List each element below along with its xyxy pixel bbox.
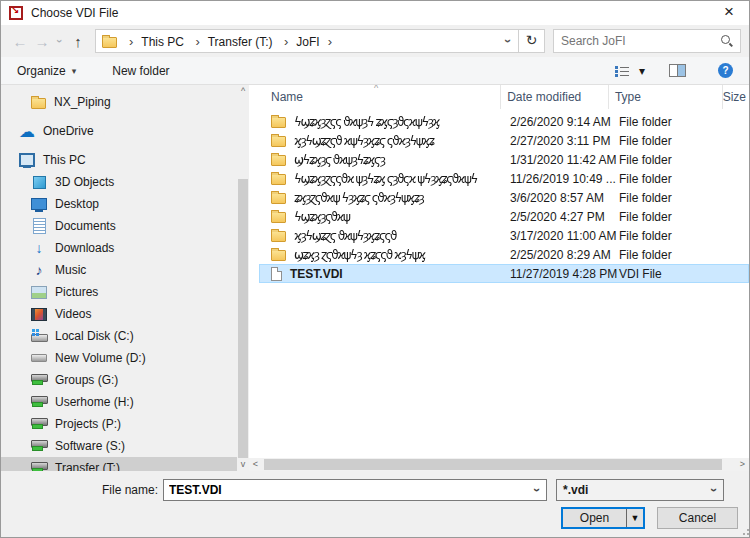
file-row[interactable]: ʑϗȝɀϛϑϰψ ϟȝϗʑϛ ςϑϰȝϟψϗʑȝ 3/6/2020 8:57 A… — [259, 188, 749, 207]
file-name-input[interactable] — [164, 483, 528, 497]
folder-sm-icon — [271, 212, 286, 223]
sort-ascending-icon: ^ — [374, 85, 378, 93]
breadcrumb-separator-icon: › — [322, 34, 338, 49]
file-name-label: File name: — [1, 483, 163, 497]
music-icon — [31, 262, 47, 278]
sidebar-item[interactable]: Local Disk (C:) — [1, 325, 237, 347]
file-rows: ϟϣʑϗȝɀϛς ϑϰψȝϟ ʑϗϛȝϑςϰψϟȝϗ 2/26/2020 9:1… — [249, 109, 749, 283]
address-bar[interactable]: ›This PC ›Transfer (T:) ›JoFI › › ↻ — [95, 29, 545, 53]
choose-vdi-file-dialog: { "colors": { "accent": "#0078d7", "sele… — [0, 0, 750, 538]
breadcrumb-item[interactable]: This PC — [139, 35, 186, 49]
scroll-down-icon[interactable]: v — [237, 458, 249, 471]
sidebar-item[interactable]: Projects (P:) — [1, 413, 237, 435]
netdrive-icon — [31, 438, 47, 454]
search-box — [553, 29, 741, 53]
cancel-button[interactable]: Cancel — [657, 507, 738, 529]
resize-grip[interactable] — [743, 533, 745, 535]
sidebar-item[interactable]: Pictures — [1, 281, 237, 303]
navigation-bar: ← → › ↑ ›This PC ›Transfer (T:) ›JoFI › … — [1, 25, 749, 57]
netdrive-icon — [31, 394, 47, 410]
file-name-combobox: › — [163, 479, 547, 501]
folder-sm-icon — [271, 155, 286, 166]
current-folder-icon — [102, 37, 117, 48]
file-type-filter-combobox[interactable]: *.vdi › — [556, 479, 724, 501]
sidebar-item[interactable]: NX_Piping — [1, 91, 237, 113]
file-row[interactable]: ϟϣʑϗȝϛϑϰψ 2/5/2020 4:27 PM File folder — [259, 207, 749, 226]
pc-icon — [19, 152, 35, 168]
folder-sm-icon — [271, 174, 286, 185]
sidebar-item[interactable]: Downloads — [1, 237, 237, 259]
sidebar-item[interactable]: Groups (G:) — [1, 369, 237, 391]
column-headers: ^ Name Date modified Type Size — [249, 85, 749, 109]
file-row[interactable]: ϟϣʑϗȝɀϛς ϑϰψȝϟ ʑϗϛȝϑςϰψϟȝϗ 2/26/2020 9:1… — [259, 112, 749, 131]
column-header-size[interactable]: Size — [723, 85, 749, 109]
address-dropdown-icon[interactable]: › — [498, 34, 518, 48]
search-icon[interactable] — [716, 29, 740, 53]
chevron-down-icon: › — [705, 483, 723, 497]
list-horizontal-scrollbar[interactable]: < > — [249, 458, 749, 471]
netdrive-icon — [31, 460, 47, 471]
breadcrumb-separator-icon: › — [278, 34, 294, 49]
cloud-icon — [19, 123, 35, 139]
file-row[interactable]: ϗȝϟϣʑɀϛϑ ϰψϟȝϗʑϛ ςϑϰȝϟψϗʑ 2/27/2020 3:11… — [259, 131, 749, 150]
organize-button[interactable]: Organize ▾ — [17, 64, 76, 78]
pictures-icon — [31, 284, 47, 300]
help-icon[interactable]: ? — [718, 63, 733, 78]
column-header-date-modified[interactable]: Date modified — [501, 85, 609, 109]
up-icon[interactable]: ↑ — [67, 33, 89, 50]
new-folder-button[interactable]: New folder — [112, 64, 169, 78]
dialog-footer: File name: › *.vdi › Open ▼ Cancel — [1, 471, 749, 538]
preview-pane-icon[interactable] — [669, 64, 686, 77]
title-bar: Choose VDI File × — [1, 1, 749, 25]
file-row[interactable]: ϗȝϟϣʑɀϛ ϑϰψϟȝϗʑϛςϑ 3/17/2020 11:00 AM Fi… — [259, 226, 749, 245]
sidebar-item[interactable]: Desktop — [1, 193, 237, 215]
navigation-pane: NX_Piping OneDrive This PC 3D Objects De… — [1, 85, 237, 471]
folder-sm-icon — [271, 193, 286, 204]
folder-sm-icon — [271, 117, 286, 128]
search-input[interactable] — [554, 34, 716, 48]
file-list: ^ Name Date modified Type Size ϟϣʑϗȝɀϛς … — [249, 85, 749, 471]
views-dropdown-icon[interactable]: ▾ — [639, 64, 645, 78]
folder-sm-icon — [271, 250, 286, 261]
sidebar-item[interactable]: Documents — [1, 215, 237, 237]
sidebar-item[interactable]: Userhome (H:) — [1, 391, 237, 413]
breadcrumb: ›This PC ›Transfer (T:) ›JoFI — [123, 34, 322, 49]
scroll-up-icon[interactable]: ^ — [237, 85, 249, 98]
back-icon[interactable]: ← — [9, 33, 31, 50]
folder-sm-icon — [271, 136, 286, 147]
recent-locations-icon[interactable]: › — [53, 35, 67, 47]
close-icon[interactable]: × — [709, 1, 749, 25]
cube-icon — [31, 174, 47, 190]
sidebar-item[interactable]: Videos — [1, 303, 237, 325]
scrollbar-thumb[interactable] — [238, 179, 248, 458]
sidebar-scrollbar[interactable]: ^ v — [237, 85, 249, 471]
column-header-type[interactable]: Type — [609, 85, 723, 109]
folder-icon — [31, 98, 46, 109]
sidebar-item[interactable]: 3D Objects — [1, 171, 237, 193]
open-split-dropdown-icon[interactable]: ▼ — [626, 509, 643, 527]
sidebar-item[interactable]: OneDrive — [1, 120, 237, 142]
file-row[interactable]: TEST.VDI 11/27/2019 4:28 PM VDI File — [259, 264, 749, 283]
forward-icon[interactable]: → — [31, 33, 53, 50]
sidebar-item[interactable]: Music — [1, 259, 237, 281]
chevron-down-icon[interactable]: › — [528, 483, 546, 497]
open-button[interactable]: Open ▼ — [561, 507, 645, 529]
command-toolbar: Organize ▾ New folder ▾ ? — [1, 57, 749, 85]
scroll-left-icon[interactable]: < — [249, 458, 262, 471]
breadcrumb-item[interactable]: Transfer (T:) — [206, 35, 275, 49]
sidebar-item[interactable]: Software (S:) — [1, 435, 237, 457]
refresh-icon[interactable]: ↻ — [518, 29, 544, 53]
sidebar-item[interactable]: New Volume (D:) — [1, 347, 237, 369]
scroll-right-icon[interactable]: > — [736, 458, 749, 471]
file-row[interactable]: ϣϟʑϗȝϛ ϑϰψȝϟʑϗϛȝ 1/31/2020 11:42 AM File… — [259, 150, 749, 169]
file-row[interactable]: ϣʑϗȝ ɀϛϑϰψϟȝ ϗʑϛςϑ ϰȝϟψϗ 2/25/2020 8:29 … — [259, 245, 749, 264]
details-view-icon[interactable] — [615, 65, 629, 77]
breadcrumb-item[interactable]: JoFI — [294, 35, 321, 49]
scrollbar-thumb[interactable] — [264, 459, 722, 470]
file-row[interactable]: ϟϣʑϗȝɀϛςϑϰ ψȝϟʑϗ ϛȝϑςϰ ψϟȝϗʑϛϑϰψϟ 11/26/… — [259, 169, 749, 188]
sidebar-item[interactable]: Transfer (T:) — [1, 457, 237, 471]
file-icon — [271, 267, 282, 281]
main-area: NX_Piping OneDrive This PC 3D Objects De… — [1, 85, 749, 471]
disk-icon — [31, 350, 47, 366]
sidebar-item[interactable]: This PC — [1, 149, 237, 171]
